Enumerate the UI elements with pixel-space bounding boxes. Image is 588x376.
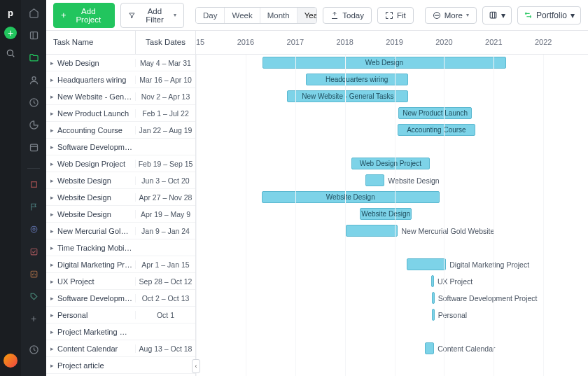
gantt-bar[interactable]: Software Development Project [432,292,435,304]
expand-toggle[interactable]: ▸ [46,328,57,335]
expand-toggle[interactable]: ▸ [46,110,57,117]
zoom-week[interactable]: Week [225,8,260,23]
expand-toggle[interactable]: ▸ [46,211,57,218]
year-label: 2022 [535,38,552,46]
app-logo[interactable]: p [4,6,18,20]
app-rail: p + [0,0,21,376]
expand-toggle[interactable]: ▸ [46,295,57,302]
task-row[interactable]: ▸Software Development Co... [46,139,195,155]
task-row[interactable]: ▸Project Marketing Digital - ... [46,323,195,340]
expand-toggle[interactable]: ▸ [46,177,57,184]
person-icon[interactable] [28,74,39,85]
zoom-day[interactable]: Day [196,8,225,23]
expand-toggle[interactable]: ▸ [46,127,57,134]
flag-icon[interactable] [28,201,39,212]
columns-button[interactable]: ▾ [482,6,512,25]
gantt-bar[interactable]: New Mercurial Gold Website [346,225,398,237]
expand-toggle[interactable]: ▸ [46,76,57,83]
collapse-left-pane[interactable]: ‹ [192,359,200,373]
expand-toggle[interactable]: ▸ [46,228,57,235]
portfolio-button[interactable]: Portfolio ▾ [517,6,581,25]
task-row[interactable]: ▸Web DesignMay 4 – Mar 31 [46,55,195,71]
user-avatar[interactable] [4,354,18,368]
calendar-icon[interactable] [28,141,39,153]
pie-icon[interactable] [28,119,39,130]
gridline [395,55,396,376]
task-row[interactable]: ▸PersonalOct 1 [46,307,195,323]
tag-icon[interactable] [28,291,39,302]
add-project-button[interactable]: + Add Project [53,3,115,28]
col-task-dates[interactable]: Task Dates [135,31,195,54]
nav-separator [27,168,40,169]
task-row[interactable]: ▸Software Development Pro...Oct 2 – Oct … [46,290,195,307]
expand-toggle[interactable]: ▸ [46,345,57,352]
gantt-row [196,239,588,256]
check-icon[interactable] [28,246,39,257]
global-add-button[interactable]: + [4,27,17,39]
expand-toggle[interactable]: ▸ [46,60,57,67]
gantt-bar[interactable]: UX Project [431,275,434,287]
nav-rail: + [21,0,46,376]
task-row[interactable]: ▸Website DesignJun 3 – Oct 20 [46,172,195,189]
add-nav-item[interactable]: + [28,313,39,324]
expand-toggle[interactable]: ▸ [46,144,57,151]
more-button[interactable]: More ▾ [425,7,477,24]
task-row[interactable]: ▸Digital Marketing ProjectApr 1 – Jan 15 [46,256,195,273]
task-dates: Mar 16 – Apr 10 [135,76,195,84]
fit-button[interactable]: Fit [377,7,414,24]
task-row[interactable]: ▸UX ProjectSep 28 – Oct 12 [46,273,195,290]
task-row[interactable]: ▸Headquarters wiringMar 16 – Apr 10 [46,71,195,88]
expand-toggle[interactable]: ▸ [46,244,57,251]
gantt-bar[interactable]: Web Design Project [351,158,430,169]
expand-toggle[interactable]: ▸ [46,362,57,369]
gantt-bar[interactable]: Content Calendar [425,342,434,354]
chart-icon[interactable] [28,268,39,279]
home-icon[interactable] [28,7,39,18]
task-row[interactable]: ▸Web Design ProjectFeb 19 – Sep 15 [46,155,195,172]
task-row[interactable]: ▸Website DesignApr 27 – Nov 28 [46,189,195,206]
box-icon[interactable] [28,179,39,190]
search-icon[interactable] [5,48,16,59]
task-row[interactable]: ▸New Website - General TasksNov 2 – Apr … [46,88,195,105]
zoom-month[interactable]: Month [260,8,298,23]
recent-icon[interactable] [28,344,39,355]
gantt-bar[interactable]: New Website - General Tasks [287,90,408,102]
clock-icon[interactable] [28,97,39,108]
col-task-name[interactable]: Task Name [46,31,135,54]
gantt-bar[interactable]: Personal [432,309,435,321]
today-button[interactable]: Today [323,7,372,24]
gantt-bar[interactable]: Accounting Course [398,124,475,136]
expand-toggle[interactable]: ▸ [46,160,57,167]
gantt-bar[interactable]: Web Design [262,57,506,69]
add-filter-button[interactable]: Add Filter ▾ [120,3,184,28]
expand-toggle[interactable]: ▸ [46,93,57,100]
gantt-bar-label: Digital Marketing Project [449,260,529,269]
task-row[interactable]: ▸Content CalendarAug 13 – Oct 18 [46,340,195,357]
gantt-bar[interactable]: Digital Marketing Project [407,258,446,270]
expand-toggle[interactable]: ▸ [46,194,57,201]
add-filter-label: Add Filter [139,7,170,24]
task-row[interactable]: ▸New Product LaunchFeb 1 – Jul 22 [46,105,195,122]
gantt-chart[interactable]: 20152016201720182019202020212022 Web Des… [196,31,588,376]
zoom-year[interactable]: Year [298,8,318,23]
gridline [295,55,296,376]
task-name: New Website - General Tasks [57,92,135,101]
gantt-bar[interactable]: Website Design [365,174,384,186]
expand-toggle[interactable]: ▸ [46,312,57,319]
task-row[interactable]: ▸Website DesignApr 19 – May 9 [46,206,195,223]
year-label: 2020 [435,38,452,46]
expand-toggle[interactable]: ▸ [46,278,57,285]
target-icon[interactable] [28,223,39,235]
task-dates: Feb 1 – Jul 22 [135,109,195,118]
gantt-bar[interactable]: Website Design [360,208,412,220]
gantt-bar[interactable]: Headquarters wiring [306,74,408,85]
gantt-bar[interactable]: Website Design [262,191,440,203]
expand-toggle[interactable]: ▸ [46,261,57,268]
task-row[interactable]: ▸Accounting CourseJan 22 – Aug 19 [46,122,195,139]
panel-icon[interactable] [28,29,39,41]
task-row[interactable]: ▸Time Tracking Mobile App [46,239,195,256]
gantt-bar[interactable]: New Product Launch [398,107,472,119]
task-row[interactable]: ▸Project article [46,357,195,374]
folder-icon[interactable] [28,52,39,63]
task-row[interactable]: ▸New Mercurial Gold WebsiteJan 9 – Jan 2… [46,223,195,239]
